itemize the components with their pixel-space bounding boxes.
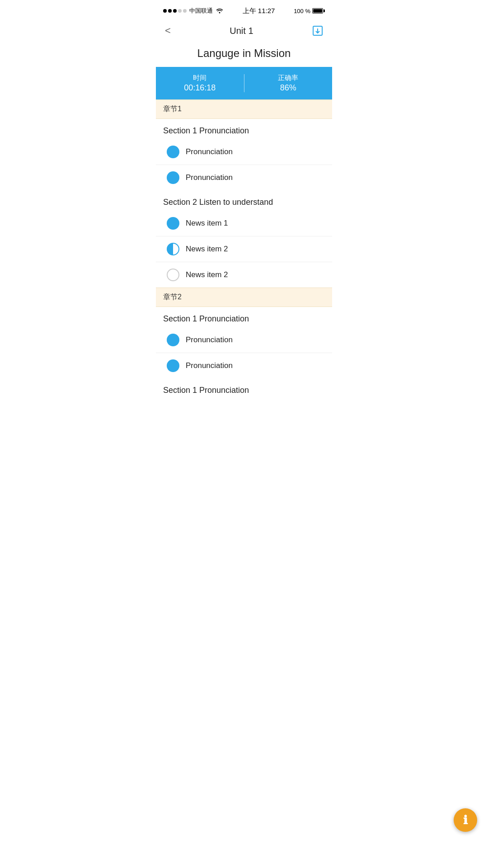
- chapter-header-1: 章节1: [156, 99, 332, 119]
- section-1-2-items: News item 1 News item 2 News item 2: [156, 211, 332, 288]
- carrier-text: 中国联通: [189, 7, 213, 15]
- list-item[interactable]: News item 2: [156, 236, 332, 262]
- dot1: [163, 9, 167, 13]
- item-label: Pronunciation: [186, 361, 233, 370]
- circle-full-icon: [167, 171, 179, 184]
- accuracy-value: 86%: [280, 83, 296, 93]
- list-item[interactable]: Pronunciation: [156, 165, 332, 190]
- circle-full-icon: [167, 359, 179, 372]
- status-right: 100 %: [294, 8, 325, 14]
- item-label: News item 2: [186, 245, 228, 254]
- section-heading-1-1: Section 1 Pronunciation: [156, 119, 332, 139]
- battery-percent: 100 %: [294, 8, 310, 14]
- section-heading-2-2: Section 1 Pronunciation: [156, 378, 332, 399]
- circle-full-icon: [167, 334, 179, 346]
- list-item[interactable]: Pronunciation: [156, 353, 332, 378]
- circle-full-icon: [167, 217, 179, 230]
- dot5: [183, 9, 187, 13]
- section-heading-1-2: Section 2 Listen to understand: [156, 190, 332, 211]
- list-item[interactable]: Pronunciation: [156, 139, 332, 165]
- time-value: 00:16:18: [184, 83, 216, 93]
- accuracy-stat: 正确率 86%: [244, 74, 333, 93]
- section-heading-2-1: Section 1 Pronunciation: [156, 307, 332, 327]
- back-button[interactable]: <: [163, 23, 173, 38]
- status-bar: 中国联通 上午 11:27 100 %: [156, 0, 332, 20]
- dot4: [178, 9, 182, 13]
- signal-dots: [163, 9, 187, 13]
- time-stat: 时间 00:16:18: [156, 74, 244, 93]
- nav-title: Unit 1: [230, 26, 253, 36]
- list-item[interactable]: News item 1: [156, 211, 332, 236]
- wifi-icon: [216, 7, 224, 15]
- accuracy-label: 正确率: [278, 74, 298, 82]
- item-label: News item 2: [186, 270, 228, 279]
- status-time: 上午 11:27: [243, 7, 275, 15]
- section-2-1-items: Pronunciation Pronunciation: [156, 327, 332, 378]
- circle-empty-icon: [167, 269, 179, 281]
- list-item[interactable]: News item 2: [156, 262, 332, 288]
- list-item[interactable]: Pronunciation: [156, 327, 332, 353]
- download-button[interactable]: [310, 24, 325, 38]
- section-1-1-items: Pronunciation Pronunciation: [156, 139, 332, 190]
- circle-full-icon: [167, 146, 179, 158]
- dot2: [168, 9, 172, 13]
- battery-icon: [312, 8, 325, 14]
- page-title: Languge in Mission: [156, 42, 332, 67]
- circle-half-icon: [167, 243, 179, 255]
- time-label: 时间: [193, 74, 206, 82]
- item-label: News item 1: [186, 219, 228, 228]
- item-label: Pronunciation: [186, 335, 233, 344]
- chapter-header-2: 章节2: [156, 288, 332, 307]
- status-left: 中国联通: [163, 7, 224, 15]
- item-label: Pronunciation: [186, 173, 233, 182]
- dot3: [173, 9, 177, 13]
- item-label: Pronunciation: [186, 147, 233, 156]
- stats-bar: 时间 00:16:18 正确率 86%: [156, 67, 332, 99]
- nav-bar: < Unit 1: [156, 20, 332, 42]
